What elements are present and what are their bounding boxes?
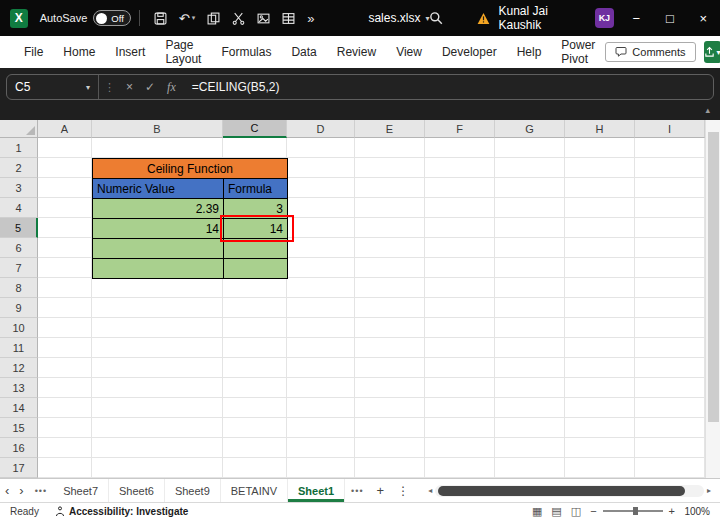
grid-cell-D10[interactable] <box>287 318 355 338</box>
copy-icon[interactable] <box>207 12 220 25</box>
save-icon[interactable] <box>154 12 167 25</box>
vertical-scrollbar[interactable] <box>705 120 720 478</box>
grid-cell-A8[interactable] <box>38 278 92 298</box>
grid-cell-I13[interactable] <box>635 378 705 398</box>
grid-cell-D2[interactable] <box>287 158 355 178</box>
grid-cell-I14[interactable] <box>635 398 705 418</box>
row-header-7[interactable]: 7 <box>0 258 38 278</box>
zoom-slider[interactable] <box>603 510 663 512</box>
filename-dropdown[interactable]: sales.xlsx ▾ <box>368 11 429 25</box>
row-header-11[interactable]: 11 <box>0 338 38 358</box>
more-quick-access-icon[interactable]: » <box>307 11 314 26</box>
row-header-15[interactable]: 15 <box>0 418 38 438</box>
vertical-scrollbar-thumb[interactable] <box>708 132 719 422</box>
cell-B3[interactable]: Numeric Value <box>92 178 224 199</box>
grid-cell-A16[interactable] <box>38 438 92 458</box>
grid-cell-H3[interactable] <box>565 178 635 198</box>
column-header-I[interactable]: I <box>635 120 705 138</box>
grid-cell-E2[interactable] <box>355 158 425 178</box>
grid-cell-B17[interactable] <box>92 458 223 478</box>
grid-cell-G2[interactable] <box>495 158 565 178</box>
grid-cell-E16[interactable] <box>355 438 425 458</box>
grid-cell-E1[interactable] <box>355 138 425 158</box>
grid-cell-I11[interactable] <box>635 338 705 358</box>
enter-icon[interactable]: ✓ <box>145 80 155 94</box>
cell-B5[interactable]: 14 <box>92 218 224 239</box>
grid-cell-H17[interactable] <box>565 458 635 478</box>
grid-cell-D17[interactable] <box>287 458 355 478</box>
grid-cell-H16[interactable] <box>565 438 635 458</box>
grid-cell-I15[interactable] <box>635 418 705 438</box>
grid-cell-F17[interactable] <box>425 458 495 478</box>
grid-cell-F1[interactable] <box>425 138 495 158</box>
grid-cell-A2[interactable] <box>38 158 92 178</box>
grid-cell-I10[interactable] <box>635 318 705 338</box>
column-header-G[interactable]: G <box>495 120 565 138</box>
grid-cell-D3[interactable] <box>287 178 355 198</box>
grid-cell-G17[interactable] <box>495 458 565 478</box>
grid-cell-D4[interactable] <box>287 198 355 218</box>
grid-cell-B13[interactable] <box>92 378 223 398</box>
grid-cell-E17[interactable] <box>355 458 425 478</box>
grid-cell-H2[interactable] <box>565 158 635 178</box>
share-button[interactable]: ▾ <box>704 41 720 63</box>
cell-B2-merged-title[interactable]: Ceiling Function <box>92 158 288 179</box>
column-header-H[interactable]: H <box>565 120 635 138</box>
grid-cell-A1[interactable] <box>38 138 92 158</box>
row-header-8[interactable]: 8 <box>0 278 38 298</box>
new-sheet-button[interactable]: + <box>370 483 392 498</box>
grid-cell-E15[interactable] <box>355 418 425 438</box>
user-avatar[interactable]: KJ <box>595 8 614 28</box>
grid-cell-H14[interactable] <box>565 398 635 418</box>
zoom-out-button[interactable]: − <box>590 505 596 517</box>
grid-cell-E4[interactable] <box>355 198 425 218</box>
cell-B6[interactable] <box>92 238 224 259</box>
grid-cell-C15[interactable] <box>223 418 287 438</box>
grid-cell-F11[interactable] <box>425 338 495 358</box>
grid-cell-I17[interactable] <box>635 458 705 478</box>
cell-B4[interactable]: 2.39 <box>92 198 224 219</box>
grid-cell-F15[interactable] <box>425 418 495 438</box>
grid-cell-G14[interactable] <box>495 398 565 418</box>
grid-cell-D5[interactable] <box>287 218 355 238</box>
grid-cell-C12[interactable] <box>223 358 287 378</box>
grid-cell-E6[interactable] <box>355 238 425 258</box>
sheet-tab-sheet9[interactable]: Sheet9 <box>165 479 221 502</box>
cell-C7[interactable] <box>223 258 288 279</box>
grid-cell-F12[interactable] <box>425 358 495 378</box>
grid-cell-F16[interactable] <box>425 438 495 458</box>
undo-caret-icon[interactable]: ▾ <box>192 14 196 22</box>
grid-cell-A13[interactable] <box>38 378 92 398</box>
row-header-6[interactable]: 6 <box>0 238 38 258</box>
row-header-12[interactable]: 12 <box>0 358 38 378</box>
grid-cell-E13[interactable] <box>355 378 425 398</box>
grid-cell-B15[interactable] <box>92 418 223 438</box>
ribbon-tab-review[interactable]: Review <box>327 36 386 68</box>
grid-cell-B8[interactable] <box>92 278 223 298</box>
grid-cell-C17[interactable] <box>223 458 287 478</box>
grid-cell-B14[interactable] <box>92 398 223 418</box>
cell-B7[interactable] <box>92 258 224 279</box>
grid-cell-F7[interactable] <box>425 258 495 278</box>
horizontal-scrollbar-thumb[interactable] <box>438 486 685 496</box>
grid-cell-G1[interactable] <box>495 138 565 158</box>
cut-icon[interactable] <box>232 12 245 25</box>
grid-cell-E3[interactable] <box>355 178 425 198</box>
grid-cell-I2[interactable] <box>635 158 705 178</box>
grid-cell-G5[interactable] <box>495 218 565 238</box>
insert-function-icon[interactable]: fx <box>167 80 176 95</box>
grid-cell-A14[interactable] <box>38 398 92 418</box>
grid-cell-B10[interactable] <box>92 318 223 338</box>
horizontal-scrollbar-track[interactable] <box>435 485 704 497</box>
zoom-in-button[interactable]: + <box>669 505 675 517</box>
grid-cell-E7[interactable] <box>355 258 425 278</box>
column-header-C[interactable]: C <box>223 120 287 138</box>
row-header-17[interactable]: 17 <box>0 458 38 478</box>
grid-cell-E8[interactable] <box>355 278 425 298</box>
grid-cell-I4[interactable] <box>635 198 705 218</box>
grid-cell-A11[interactable] <box>38 338 92 358</box>
sheet-next-icon[interactable]: › <box>14 483 28 498</box>
ribbon-tab-insert[interactable]: Insert <box>105 36 155 68</box>
grid-cell-F10[interactable] <box>425 318 495 338</box>
grid-cell-E14[interactable] <box>355 398 425 418</box>
